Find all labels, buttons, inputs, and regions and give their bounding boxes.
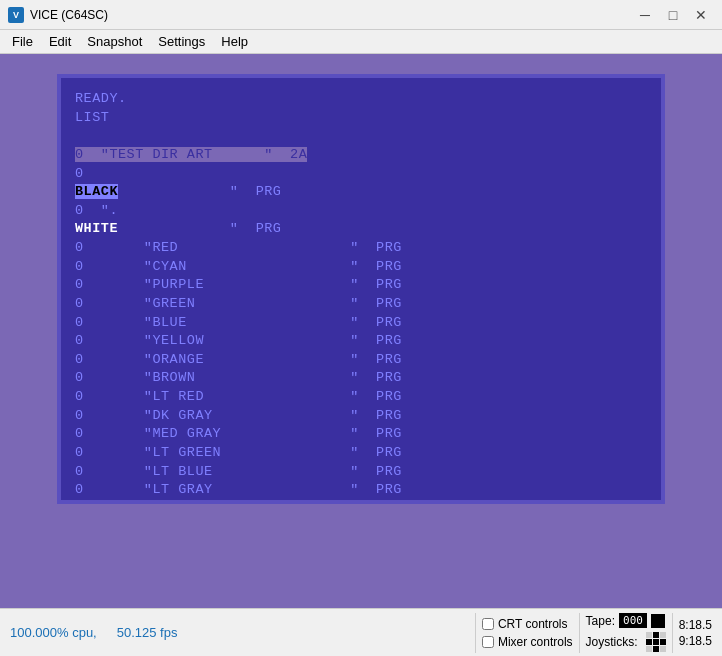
- tape-group: Tape: 000 Joysticks:: [586, 613, 666, 652]
- c64-line-12: 0 "BLUE " PRG: [75, 314, 647, 333]
- joysticks-label: Joysticks:: [586, 635, 638, 649]
- maximize-button[interactable]: □: [660, 4, 686, 26]
- c64-line-18: 0 "MED GRAY " PRG: [75, 425, 647, 444]
- tape-row: Tape: 000: [586, 613, 665, 628]
- time-1: 8:18.5: [679, 618, 712, 632]
- c64-line-7: WHITE " PRG: [75, 220, 647, 239]
- joystick-row: Joysticks:: [586, 632, 666, 652]
- crt-controls-checkbox[interactable]: [482, 618, 494, 630]
- controls-group: CRT controls Mixer controls: [482, 617, 573, 649]
- c64-line-17: 0 "DK GRAY " PRG: [75, 407, 647, 426]
- time-2: 9:18.5: [679, 634, 712, 648]
- joy-cell: [660, 632, 666, 638]
- mixer-controls-checkbox[interactable]: [482, 636, 494, 648]
- crt-controls-text: CRT controls: [498, 617, 568, 631]
- c64-line-16: 0 "LT RED " PRG: [75, 388, 647, 407]
- c64-line-5: BLACK " PRG: [75, 183, 647, 202]
- c64-line-19: 0 "LT GREEN " PRG: [75, 444, 647, 463]
- status-left: 100.000% cpu, 50.125 fps: [10, 625, 469, 640]
- mixer-controls-text: Mixer controls: [498, 635, 573, 649]
- c64-line-20: 0 "LT BLUE " PRG: [75, 463, 647, 482]
- window-controls: ─ □ ✕: [632, 4, 714, 26]
- window-title: VICE (C64SC): [30, 8, 632, 22]
- title-bar: V VICE (C64SC) ─ □ ✕: [0, 0, 722, 30]
- tape-label: Tape:: [586, 614, 615, 628]
- joy-cell: [646, 646, 652, 652]
- time-group: 8:18.5 9:18.5: [679, 618, 712, 648]
- c64-line-3: 0 "TEST DIR ART " 2A: [75, 146, 647, 165]
- c64-line-4: 0: [75, 165, 647, 184]
- cpu-value: 100.000% cpu,: [10, 625, 97, 640]
- c64-line-2: [75, 127, 647, 146]
- tape-counter: 000: [619, 613, 647, 628]
- menu-bar: File Edit Snapshot Settings Help: [0, 30, 722, 54]
- menu-file[interactable]: File: [4, 32, 41, 51]
- joy-cell: [653, 632, 659, 638]
- divider-1: [475, 613, 476, 653]
- menu-settings[interactable]: Settings: [150, 32, 213, 51]
- main-area: READY. LIST 0 "TEST DIR ART " 2A 0 BLACK…: [0, 54, 722, 608]
- c64-line-21: 0 "LT GRAY " PRG: [75, 481, 647, 500]
- app-icon: V: [8, 7, 24, 23]
- divider-3: [672, 613, 673, 653]
- crt-controls-label[interactable]: CRT controls: [482, 617, 573, 631]
- joy-cell: [646, 632, 652, 638]
- c64-line-9: 0 "CYAN " PRG: [75, 258, 647, 277]
- c64-line-14: 0 "ORANGE " PRG: [75, 351, 647, 370]
- menu-help[interactable]: Help: [213, 32, 256, 51]
- joy-cell: [653, 646, 659, 652]
- c64-line-8: 0 "RED " PRG: [75, 239, 647, 258]
- minimize-button[interactable]: ─: [632, 4, 658, 26]
- joy-cell: [660, 639, 666, 645]
- c64-line-15: 0 "BROWN " PRG: [75, 369, 647, 388]
- fps-value: 50.125 fps: [117, 625, 178, 640]
- menu-edit[interactable]: Edit: [41, 32, 79, 51]
- divider-2: [579, 613, 580, 653]
- joy-cell: [660, 646, 666, 652]
- c64-line-11: 0 "GREEN " PRG: [75, 295, 647, 314]
- mixer-controls-label[interactable]: Mixer controls: [482, 635, 573, 649]
- menu-snapshot[interactable]: Snapshot: [79, 32, 150, 51]
- status-bar: 100.000% cpu, 50.125 fps CRT controls Mi…: [0, 608, 722, 656]
- c64-line-1: LIST: [75, 109, 647, 128]
- c64-line-22: 664 BLOCKS FREE.: [75, 500, 647, 504]
- c64-line-6: 0 ".: [75, 202, 647, 221]
- c64-line-0: READY.: [75, 90, 647, 109]
- joystick-icon: [646, 632, 666, 652]
- c64-line-10: 0 "PURPLE " PRG: [75, 276, 647, 295]
- tape-indicator: [651, 614, 665, 628]
- c64-screen[interactable]: READY. LIST 0 "TEST DIR ART " 2A 0 BLACK…: [57, 74, 665, 504]
- joy-cell: [653, 639, 659, 645]
- joy-cell: [646, 639, 652, 645]
- c64-line-13: 0 "YELLOW " PRG: [75, 332, 647, 351]
- close-button[interactable]: ✕: [688, 4, 714, 26]
